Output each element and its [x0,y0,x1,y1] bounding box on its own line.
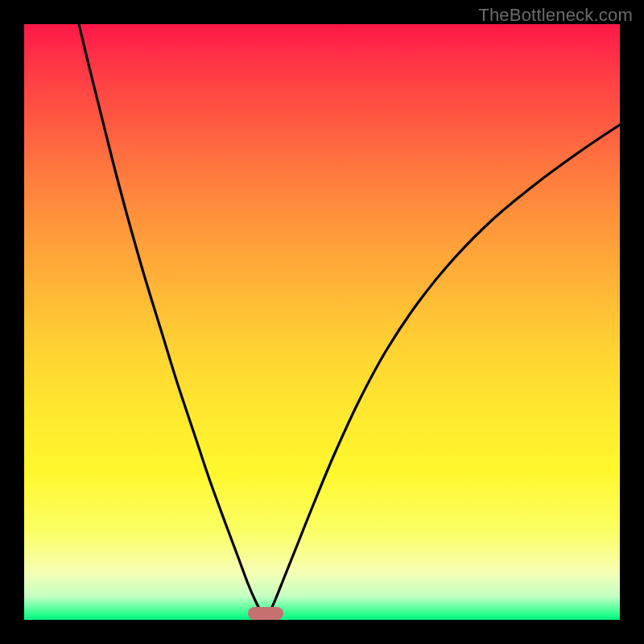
minimum-marker [248,607,283,620]
bottleneck-curves [24,24,620,620]
curve-right [268,125,620,616]
curve-left [79,24,263,616]
chart-plot-area [24,24,620,620]
watermark-text: TheBottleneck.com [478,5,633,26]
